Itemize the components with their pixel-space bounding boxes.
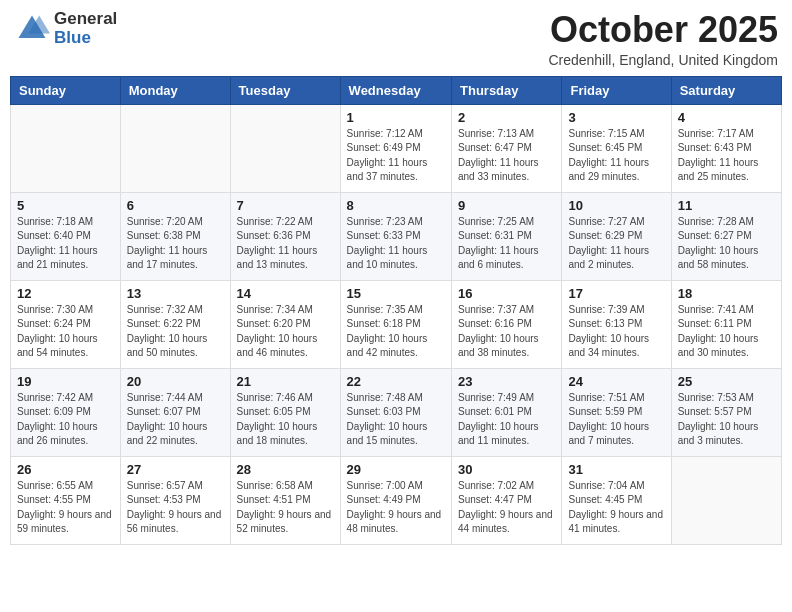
day-info: Sunrise: 7:23 AMSunset: 6:33 PMDaylight:… — [347, 215, 445, 273]
calendar-cell: 31Sunrise: 7:04 AMSunset: 4:45 PMDayligh… — [562, 456, 671, 544]
day-info: Sunrise: 7:00 AMSunset: 4:49 PMDaylight:… — [347, 479, 445, 537]
calendar-cell: 17Sunrise: 7:39 AMSunset: 6:13 PMDayligh… — [562, 280, 671, 368]
calendar-cell: 13Sunrise: 7:32 AMSunset: 6:22 PMDayligh… — [120, 280, 230, 368]
calendar-cell: 2Sunrise: 7:13 AMSunset: 6:47 PMDaylight… — [452, 104, 562, 192]
month-title: October 2025 — [548, 10, 778, 50]
day-number: 15 — [347, 286, 445, 301]
day-info: Sunrise: 7:44 AMSunset: 6:07 PMDaylight:… — [127, 391, 224, 449]
day-info: Sunrise: 7:30 AMSunset: 6:24 PMDaylight:… — [17, 303, 114, 361]
calendar-cell: 15Sunrise: 7:35 AMSunset: 6:18 PMDayligh… — [340, 280, 451, 368]
day-info: Sunrise: 7:48 AMSunset: 6:03 PMDaylight:… — [347, 391, 445, 449]
column-header-friday: Friday — [562, 76, 671, 104]
day-number: 4 — [678, 110, 775, 125]
column-header-thursday: Thursday — [452, 76, 562, 104]
day-number: 11 — [678, 198, 775, 213]
day-number: 26 — [17, 462, 114, 477]
calendar-cell: 30Sunrise: 7:02 AMSunset: 4:47 PMDayligh… — [452, 456, 562, 544]
day-number: 14 — [237, 286, 334, 301]
day-number: 23 — [458, 374, 555, 389]
day-info: Sunrise: 7:53 AMSunset: 5:57 PMDaylight:… — [678, 391, 775, 449]
day-number: 6 — [127, 198, 224, 213]
calendar-cell: 11Sunrise: 7:28 AMSunset: 6:27 PMDayligh… — [671, 192, 781, 280]
day-number: 16 — [458, 286, 555, 301]
calendar-cell — [120, 104, 230, 192]
day-number: 18 — [678, 286, 775, 301]
day-info: Sunrise: 6:58 AMSunset: 4:51 PMDaylight:… — [237, 479, 334, 537]
title-block: October 2025 Credenhill, England, United… — [548, 10, 778, 68]
column-header-saturday: Saturday — [671, 76, 781, 104]
calendar-cell: 20Sunrise: 7:44 AMSunset: 6:07 PMDayligh… — [120, 368, 230, 456]
calendar-week-row: 26Sunrise: 6:55 AMSunset: 4:55 PMDayligh… — [11, 456, 782, 544]
logo-general: General — [54, 10, 117, 29]
day-number: 29 — [347, 462, 445, 477]
day-number: 27 — [127, 462, 224, 477]
calendar-cell: 4Sunrise: 7:17 AMSunset: 6:43 PMDaylight… — [671, 104, 781, 192]
day-info: Sunrise: 7:13 AMSunset: 6:47 PMDaylight:… — [458, 127, 555, 185]
calendar-week-row: 1Sunrise: 7:12 AMSunset: 6:49 PMDaylight… — [11, 104, 782, 192]
calendar-cell: 18Sunrise: 7:41 AMSunset: 6:11 PMDayligh… — [671, 280, 781, 368]
day-number: 10 — [568, 198, 664, 213]
location: Credenhill, England, United Kingdom — [548, 52, 778, 68]
column-header-tuesday: Tuesday — [230, 76, 340, 104]
day-info: Sunrise: 6:55 AMSunset: 4:55 PMDaylight:… — [17, 479, 114, 537]
day-number: 12 — [17, 286, 114, 301]
logo-icon — [14, 11, 50, 47]
day-number: 17 — [568, 286, 664, 301]
day-info: Sunrise: 7:51 AMSunset: 5:59 PMDaylight:… — [568, 391, 664, 449]
day-number: 22 — [347, 374, 445, 389]
day-info: Sunrise: 7:34 AMSunset: 6:20 PMDaylight:… — [237, 303, 334, 361]
calendar-cell: 22Sunrise: 7:48 AMSunset: 6:03 PMDayligh… — [340, 368, 451, 456]
calendar-week-row: 5Sunrise: 7:18 AMSunset: 6:40 PMDaylight… — [11, 192, 782, 280]
calendar-cell — [671, 456, 781, 544]
day-info: Sunrise: 7:20 AMSunset: 6:38 PMDaylight:… — [127, 215, 224, 273]
day-info: Sunrise: 7:32 AMSunset: 6:22 PMDaylight:… — [127, 303, 224, 361]
calendar-cell: 16Sunrise: 7:37 AMSunset: 6:16 PMDayligh… — [452, 280, 562, 368]
calendar-cell: 28Sunrise: 6:58 AMSunset: 4:51 PMDayligh… — [230, 456, 340, 544]
column-header-wednesday: Wednesday — [340, 76, 451, 104]
calendar-cell: 1Sunrise: 7:12 AMSunset: 6:49 PMDaylight… — [340, 104, 451, 192]
day-number: 9 — [458, 198, 555, 213]
day-info: Sunrise: 7:18 AMSunset: 6:40 PMDaylight:… — [17, 215, 114, 273]
calendar-header-row: SundayMondayTuesdayWednesdayThursdayFrid… — [11, 76, 782, 104]
day-info: Sunrise: 7:39 AMSunset: 6:13 PMDaylight:… — [568, 303, 664, 361]
day-number: 8 — [347, 198, 445, 213]
day-number: 1 — [347, 110, 445, 125]
page-header: General Blue October 2025 Credenhill, En… — [10, 10, 782, 68]
day-info: Sunrise: 7:02 AMSunset: 4:47 PMDaylight:… — [458, 479, 555, 537]
calendar-cell: 19Sunrise: 7:42 AMSunset: 6:09 PMDayligh… — [11, 368, 121, 456]
day-number: 5 — [17, 198, 114, 213]
day-info: Sunrise: 7:35 AMSunset: 6:18 PMDaylight:… — [347, 303, 445, 361]
calendar-cell: 9Sunrise: 7:25 AMSunset: 6:31 PMDaylight… — [452, 192, 562, 280]
day-info: Sunrise: 6:57 AMSunset: 4:53 PMDaylight:… — [127, 479, 224, 537]
day-info: Sunrise: 7:17 AMSunset: 6:43 PMDaylight:… — [678, 127, 775, 185]
calendar-cell: 6Sunrise: 7:20 AMSunset: 6:38 PMDaylight… — [120, 192, 230, 280]
logo-blue: Blue — [54, 29, 117, 48]
day-number: 20 — [127, 374, 224, 389]
logo-text: General Blue — [54, 10, 117, 47]
calendar-cell: 14Sunrise: 7:34 AMSunset: 6:20 PMDayligh… — [230, 280, 340, 368]
day-number: 3 — [568, 110, 664, 125]
calendar-cell: 26Sunrise: 6:55 AMSunset: 4:55 PMDayligh… — [11, 456, 121, 544]
column-header-sunday: Sunday — [11, 76, 121, 104]
day-info: Sunrise: 7:42 AMSunset: 6:09 PMDaylight:… — [17, 391, 114, 449]
day-number: 21 — [237, 374, 334, 389]
calendar-cell: 10Sunrise: 7:27 AMSunset: 6:29 PMDayligh… — [562, 192, 671, 280]
day-number: 2 — [458, 110, 555, 125]
calendar-cell: 29Sunrise: 7:00 AMSunset: 4:49 PMDayligh… — [340, 456, 451, 544]
calendar-cell: 8Sunrise: 7:23 AMSunset: 6:33 PMDaylight… — [340, 192, 451, 280]
day-info: Sunrise: 7:25 AMSunset: 6:31 PMDaylight:… — [458, 215, 555, 273]
day-info: Sunrise: 7:15 AMSunset: 6:45 PMDaylight:… — [568, 127, 664, 185]
logo: General Blue — [14, 10, 117, 47]
calendar-cell: 12Sunrise: 7:30 AMSunset: 6:24 PMDayligh… — [11, 280, 121, 368]
calendar-table: SundayMondayTuesdayWednesdayThursdayFrid… — [10, 76, 782, 545]
calendar-cell: 5Sunrise: 7:18 AMSunset: 6:40 PMDaylight… — [11, 192, 121, 280]
calendar-cell: 7Sunrise: 7:22 AMSunset: 6:36 PMDaylight… — [230, 192, 340, 280]
day-number: 19 — [17, 374, 114, 389]
day-info: Sunrise: 7:49 AMSunset: 6:01 PMDaylight:… — [458, 391, 555, 449]
calendar-cell: 24Sunrise: 7:51 AMSunset: 5:59 PMDayligh… — [562, 368, 671, 456]
calendar-cell: 3Sunrise: 7:15 AMSunset: 6:45 PMDaylight… — [562, 104, 671, 192]
day-number: 31 — [568, 462, 664, 477]
day-info: Sunrise: 7:04 AMSunset: 4:45 PMDaylight:… — [568, 479, 664, 537]
day-info: Sunrise: 7:27 AMSunset: 6:29 PMDaylight:… — [568, 215, 664, 273]
calendar-cell: 21Sunrise: 7:46 AMSunset: 6:05 PMDayligh… — [230, 368, 340, 456]
